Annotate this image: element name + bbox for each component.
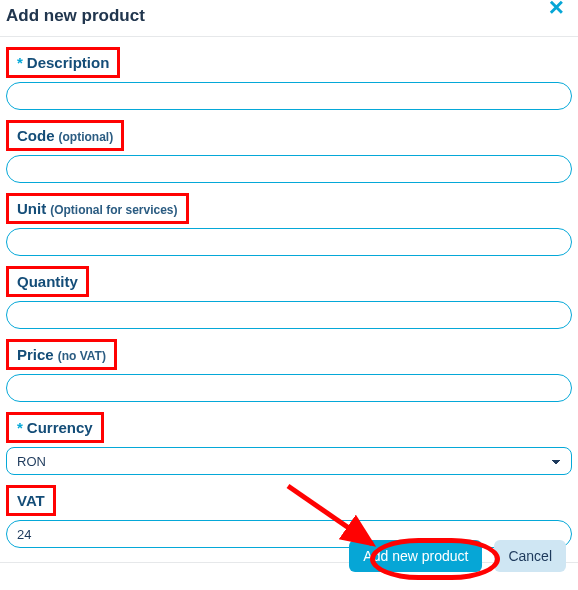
price-label-suffix: (no VAT) <box>58 349 106 363</box>
price-input[interactable] <box>6 374 572 402</box>
unit-label: Unit <box>17 200 46 217</box>
dialog-title: Add new product <box>6 6 572 26</box>
description-label: Description <box>27 54 110 71</box>
label-highlight-price: Price (no VAT) <box>6 339 117 370</box>
currency-select[interactable]: RON <box>6 447 572 475</box>
quantity-label: Quantity <box>17 273 78 290</box>
code-label-suffix: (optional) <box>59 130 114 144</box>
currency-label: Currency <box>27 419 93 436</box>
label-highlight-description: * Description <box>6 47 120 78</box>
dialog-footer: Add new product Cancel <box>0 522 578 590</box>
field-description: * Description <box>6 47 572 110</box>
price-label: Price <box>17 346 54 363</box>
field-currency: * Currency RON <box>6 412 572 475</box>
label-highlight-quantity: Quantity <box>6 266 89 297</box>
cancel-button[interactable]: Cancel <box>494 540 566 572</box>
label-highlight-currency: * Currency <box>6 412 104 443</box>
close-icon[interactable]: × <box>549 0 564 20</box>
product-form: * Description Code (optional) Unit (Opti… <box>0 47 578 548</box>
field-quantity: Quantity <box>6 266 572 329</box>
field-unit: Unit (Optional for services) <box>6 193 572 256</box>
unit-label-suffix: (Optional for services) <box>50 203 177 217</box>
label-highlight-vat: VAT <box>6 485 56 516</box>
field-code: Code (optional) <box>6 120 572 183</box>
dialog-header: Add new product <box>0 0 578 36</box>
field-price: Price (no VAT) <box>6 339 572 402</box>
vat-label: VAT <box>17 492 45 509</box>
required-marker: * <box>17 54 23 71</box>
label-highlight-code: Code (optional) <box>6 120 124 151</box>
description-input[interactable] <box>6 82 572 110</box>
unit-input[interactable] <box>6 228 572 256</box>
quantity-input[interactable] <box>6 301 572 329</box>
code-label: Code <box>17 127 55 144</box>
add-new-product-button[interactable]: Add new product <box>349 540 482 572</box>
required-marker: * <box>17 419 23 436</box>
code-input[interactable] <box>6 155 572 183</box>
label-highlight-unit: Unit (Optional for services) <box>6 193 189 224</box>
header-divider <box>0 36 578 37</box>
